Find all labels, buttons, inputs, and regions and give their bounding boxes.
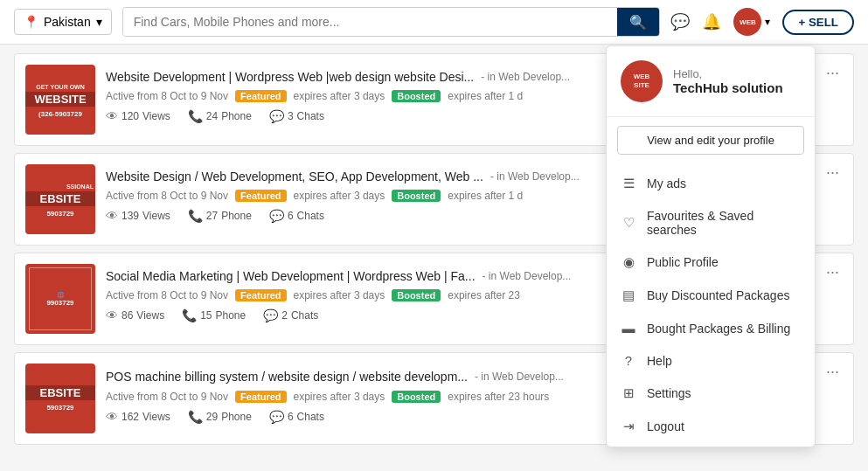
phone-count: 24 bbox=[206, 110, 218, 122]
dropdown-item-billing[interactable]: ▬ Bought Packages & Billing bbox=[607, 312, 815, 344]
featured-badge: Featured bbox=[235, 289, 286, 301]
ad-category: - in Web Develop... bbox=[490, 170, 580, 183]
sell-button[interactable]: + SELL bbox=[782, 10, 854, 35]
phone-stat: 📞 15 Phone bbox=[182, 308, 246, 322]
views-count: 120 bbox=[122, 110, 139, 122]
ad-title: Website Development | Wordpress Web |web… bbox=[106, 70, 474, 84]
featured-badge: Featured bbox=[235, 90, 286, 102]
settings-label: Settings bbox=[647, 386, 691, 400]
favourites-icon: ♡ bbox=[621, 215, 636, 231]
dropdown-item-settings[interactable]: ⊞ Settings bbox=[607, 377, 815, 410]
phone-count: 15 bbox=[200, 309, 212, 322]
my-ads-label: My ads bbox=[647, 177, 686, 190]
phone-icon: 📞 bbox=[188, 109, 203, 123]
views-count: 139 bbox=[122, 210, 139, 222]
public-profile-label: Public Profile bbox=[647, 255, 719, 269]
chats-stat: 💬 2 Chats bbox=[263, 308, 318, 322]
featured-expiry: expires after 3 days bbox=[294, 391, 385, 403]
user-dropdown-menu: WEBSITE Hello, TechHub solution View and… bbox=[606, 45, 816, 447]
chats-count: 6 bbox=[288, 411, 294, 423]
chats-stat: 💬 3 Chats bbox=[269, 109, 324, 123]
chat-icon: 💬 bbox=[269, 109, 284, 123]
views-stat: 👁 120 Views bbox=[106, 109, 170, 123]
ad-thumbnail: GET YOUR OWN WEBSITE (326-5903729 bbox=[25, 65, 95, 135]
chats-label: Chats bbox=[291, 309, 318, 322]
header: 📍 Pakistan ▾ 🔍 💬 🔔 WEB ▾ + SELL bbox=[0, 0, 868, 45]
boosted-badge: Boosted bbox=[392, 190, 441, 202]
chats-label: Chats bbox=[297, 110, 324, 122]
user-avatar-section[interactable]: WEB ▾ bbox=[733, 8, 770, 36]
search-button[interactable]: 🔍 bbox=[617, 8, 659, 36]
dropdown-item-buy-packages[interactable]: ▤ Buy Discounted Packages bbox=[607, 279, 815, 312]
chat-icon: 💬 bbox=[263, 308, 278, 322]
header-icons: 💬 🔔 WEB ▾ + SELL bbox=[670, 8, 854, 36]
boosted-expiry: expires after 1 d bbox=[448, 190, 523, 202]
more-options-button[interactable]: ··· bbox=[823, 164, 843, 180]
location-label: Pakistan bbox=[44, 15, 91, 29]
favourites-label: Favourites & Saved searches bbox=[647, 209, 801, 237]
phone-icon: 📞 bbox=[188, 410, 203, 424]
phone-icon: 📞 bbox=[182, 308, 197, 322]
ad-category: - in Web Develop... bbox=[481, 71, 570, 83]
my-ads-icon: ☰ bbox=[621, 176, 636, 191]
featured-expiry: expires after 3 days bbox=[294, 190, 385, 202]
phone-label: Phone bbox=[221, 411, 252, 423]
dropdown-item-my-ads[interactable]: ☰ My ads bbox=[607, 167, 815, 200]
boosted-badge: Boosted bbox=[392, 289, 441, 301]
phone-stat: 📞 27 Phone bbox=[188, 209, 252, 223]
chat-icon-button[interactable]: 💬 bbox=[670, 12, 690, 31]
ad-active-dates: Active from 8 Oct to 9 Nov bbox=[106, 190, 228, 202]
ad-title: Social Media Marketing | Web Development… bbox=[106, 269, 476, 283]
ad-active-dates: Active from 8 Oct to 9 Nov bbox=[106, 289, 228, 301]
eye-icon: 👁 bbox=[106, 209, 118, 223]
chats-count: 3 bbox=[288, 110, 294, 122]
buy-packages-icon: ▤ bbox=[621, 287, 636, 303]
boosted-badge: Boosted bbox=[392, 90, 441, 102]
views-label: Views bbox=[142, 210, 170, 222]
boosted-badge: Boosted bbox=[392, 391, 441, 403]
settings-icon: ⊞ bbox=[621, 385, 636, 401]
views-count: 162 bbox=[122, 411, 139, 423]
dropdown-avatar: WEBSITE bbox=[621, 60, 663, 102]
phone-count: 29 bbox=[206, 411, 218, 423]
location-selector[interactable]: 📍 Pakistan ▾ bbox=[14, 9, 112, 35]
phone-count: 27 bbox=[206, 210, 218, 222]
eye-icon: 👁 bbox=[106, 308, 118, 322]
views-stat: 👁 162 Views bbox=[106, 410, 170, 424]
search-input[interactable] bbox=[123, 8, 618, 36]
dropdown-header: WEBSITE Hello, TechHub solution bbox=[607, 46, 815, 117]
ad-title: Website Design / Web Development, SEO, A… bbox=[106, 170, 483, 184]
more-options-button[interactable]: ··· bbox=[823, 364, 843, 379]
eye-icon: 👁 bbox=[106, 109, 118, 123]
chevron-down-icon: ▾ bbox=[96, 15, 102, 29]
more-options-button[interactable]: ··· bbox=[823, 264, 843, 280]
phone-label: Phone bbox=[221, 110, 252, 122]
logout-label: Logout bbox=[647, 419, 684, 433]
chats-label: Chats bbox=[297, 411, 324, 423]
phone-label: Phone bbox=[216, 309, 247, 322]
featured-badge: Featured bbox=[235, 391, 286, 403]
avatar-chevron-icon: ▾ bbox=[765, 16, 770, 28]
boosted-expiry: expires after 23 bbox=[448, 289, 520, 301]
chats-count: 2 bbox=[281, 309, 288, 322]
help-icon: ? bbox=[621, 353, 636, 368]
dropdown-item-public-profile[interactable]: ◉ Public Profile bbox=[607, 246, 815, 279]
ad-category: - in Web Develop... bbox=[475, 371, 564, 383]
more-options-button[interactable]: ··· bbox=[823, 65, 843, 80]
views-label: Views bbox=[142, 110, 170, 122]
dropdown-item-logout[interactable]: ⇥ Logout bbox=[607, 410, 815, 443]
boosted-expiry: expires after 23 hours bbox=[448, 391, 549, 403]
phone-icon: 📞 bbox=[188, 209, 203, 223]
chats-count: 6 bbox=[288, 210, 294, 222]
avatar: WEB bbox=[733, 8, 761, 36]
ad-title: POS machine billing system / website des… bbox=[106, 370, 468, 384]
phone-stat: 📞 29 Phone bbox=[188, 410, 252, 424]
notification-icon-button[interactable]: 🔔 bbox=[702, 12, 721, 31]
edit-profile-button[interactable]: View and edit your profile bbox=[617, 126, 804, 155]
phone-label: Phone bbox=[221, 210, 252, 222]
dropdown-item-help[interactable]: ? Help bbox=[607, 344, 815, 377]
dropdown-item-favourites[interactable]: ♡ Favourites & Saved searches bbox=[607, 200, 815, 246]
views-stat: 👁 139 Views bbox=[106, 209, 170, 223]
public-profile-icon: ◉ bbox=[621, 254, 636, 270]
boosted-expiry: expires after 1 d bbox=[448, 90, 523, 102]
